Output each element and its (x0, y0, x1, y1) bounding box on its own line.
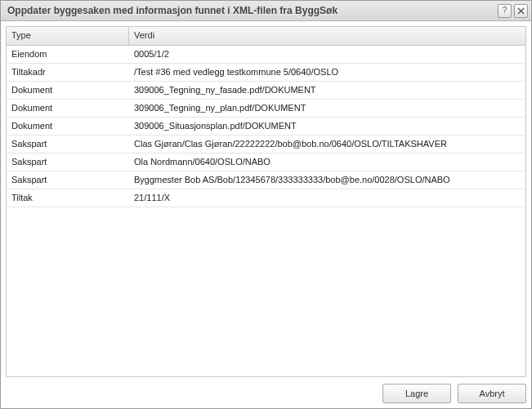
cell-value: 309006_Tegning_ny_plan.pdf/DOKUMENT (129, 100, 525, 117)
titlebar: Oppdater byggesaken med informasjon funn… (1, 1, 531, 21)
table-row[interactable]: Dokument309006_Tegning_ny_plan.pdf/DOKUM… (7, 100, 525, 118)
cell-type: Eiendom (7, 46, 129, 63)
grid-body: Eiendom0005/1/2Tiltakadr/Test #36 med ve… (7, 46, 525, 376)
help-icon: ? (503, 7, 507, 15)
table-row[interactable]: SakspartClas Gjøran/Clas Gjøran/22222222… (7, 136, 525, 153)
cell-type: Dokument (7, 100, 129, 117)
close-icon (517, 7, 525, 15)
dialog-body: Type Verdi Eiendom0005/1/2Tiltakadr/Test… (1, 21, 531, 408)
cell-value: Clas Gjøran/Clas Gjøran/22222222/bob@bob… (129, 136, 525, 153)
cell-type: Tiltakadr (7, 64, 129, 81)
cell-type: Sakspart (7, 153, 129, 171)
dialog-footer: Lagre Avbryt (6, 377, 526, 403)
table-row[interactable]: SakspartOla Nordmann/0640/OSLO/NABO (7, 153, 525, 171)
data-grid: Type Verdi Eiendom0005/1/2Tiltakadr/Test… (6, 26, 526, 377)
dialog-window: Oppdater byggesaken med informasjon funn… (0, 0, 532, 409)
cell-value: /Test #36 med vedlegg testkommune 5/0640… (129, 64, 525, 81)
cell-value: 0005/1/2 (129, 46, 525, 63)
table-row[interactable]: Eiendom0005/1/2 (7, 46, 525, 64)
cell-value: 21/111/X (129, 189, 525, 207)
cancel-button[interactable]: Avbryt (458, 384, 526, 403)
table-row[interactable]: Tiltak21/111/X (7, 189, 525, 207)
table-row[interactable]: Dokument309006_Situasjonsplan.pdf/DOKUME… (7, 118, 525, 136)
column-header-value[interactable]: Verdi (129, 27, 525, 45)
table-row[interactable]: Dokument309006_Tegning_ny_fasade.pdf/DOK… (7, 82, 525, 100)
cell-value: Byggmester Bob AS/Bob/12345678/333333333… (129, 171, 525, 189)
cell-type: Sakspart (7, 171, 129, 189)
table-row[interactable]: Tiltakadr/Test #36 med vedlegg testkommu… (7, 64, 525, 82)
save-button[interactable]: Lagre (382, 384, 451, 403)
table-row[interactable]: SakspartByggmester Bob AS/Bob/12345678/3… (7, 171, 525, 189)
cell-type: Tiltak (7, 189, 129, 207)
cell-value: 309006_Situasjonsplan.pdf/DOKUMENT (129, 118, 525, 135)
close-button[interactable] (514, 4, 528, 18)
window-title: Oppdater byggesaken med informasjon funn… (7, 5, 498, 16)
titlebar-button-group: ? (498, 4, 528, 18)
cell-type: Sakspart (7, 136, 129, 153)
grid-header: Type Verdi (7, 27, 525, 46)
cell-type: Dokument (7, 118, 129, 135)
help-button[interactable]: ? (498, 4, 512, 18)
cell-type: Dokument (7, 82, 129, 99)
cell-value: 309006_Tegning_ny_fasade.pdf/DOKUMENT (129, 82, 525, 99)
cell-value: Ola Nordmann/0640/OSLO/NABO (129, 153, 525, 171)
column-header-type[interactable]: Type (7, 27, 129, 45)
